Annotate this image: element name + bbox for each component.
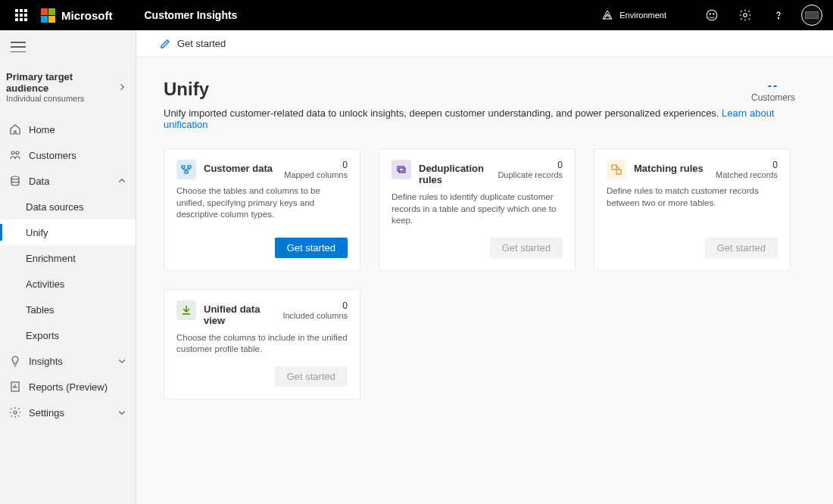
nav-activities[interactable]: Activities: [0, 271, 136, 297]
customer-data-icon: [176, 160, 196, 179]
nav-label: Reports (Preview): [29, 381, 108, 393]
nav-label: Settings: [29, 407, 64, 418]
card-title: Customer data: [204, 163, 276, 174]
nav-label: Enrichment: [26, 253, 76, 264]
database-icon: [9, 175, 21, 187]
chevron-down-icon: [117, 408, 126, 417]
command-bar: Get started: [136, 30, 833, 58]
nav-label: Exports: [26, 330, 59, 341]
nav-label: Data: [29, 176, 49, 187]
smiley-icon: [705, 8, 719, 22]
nav-label: Home: [29, 124, 55, 135]
card-description: Choose the tables and columns to be unif…: [176, 185, 348, 221]
sidebar: Primary target audience Individual consu…: [0, 30, 136, 504]
card-metric-label: Matched records: [716, 170, 778, 179]
card-deduplication: Deduplication rules 0 Duplicate records …: [379, 148, 576, 271]
card-metric-label: Duplicate records: [498, 170, 563, 179]
audience-title: Primary target audience: [6, 71, 117, 94]
microsoft-logo-icon: [41, 8, 55, 23]
svg-rect-15: [612, 165, 616, 170]
page-description: Unify imported customer-related data to …: [164, 107, 806, 130]
account-button[interactable]: [797, 0, 827, 30]
svg-point-2: [713, 14, 714, 14]
card-metric-value: 0: [284, 160, 348, 170]
get-started-button: Get started: [275, 366, 348, 387]
chevron-down-icon: [117, 356, 126, 366]
card-unified-data-view: Unified data view 0 Included columns Cho…: [164, 289, 360, 400]
environment-label: Environment: [619, 11, 666, 20]
svg-point-9: [14, 411, 17, 414]
chevron-right-icon: [117, 82, 126, 92]
svg-point-7: [11, 176, 19, 179]
nav-collapse-button[interactable]: [11, 42, 26, 52]
nav-enrichment[interactable]: Enrichment: [0, 245, 136, 271]
environment-icon: [601, 9, 613, 21]
app-launcher-button[interactable]: [6, 0, 36, 30]
product-label: Customer Insights: [145, 9, 238, 21]
edit-icon: [159, 38, 171, 50]
nav-reports[interactable]: Reports (Preview): [0, 374, 136, 400]
avatar-icon: [801, 5, 822, 26]
lightbulb-icon: [9, 355, 21, 367]
customers-metric: -- Customers: [751, 79, 795, 103]
svg-point-6: [16, 151, 19, 154]
nav-exports[interactable]: Exports: [0, 322, 136, 348]
nav-label: Activities: [26, 278, 64, 290]
customers-value: --: [751, 79, 795, 92]
card-description: Define rules to match customer records b…: [607, 185, 778, 209]
topbar: Microsoft Customer Insights Environment: [0, 0, 833, 30]
customers-icon: [9, 149, 21, 161]
deduplication-icon: [392, 160, 411, 179]
card-metric-value: 0: [282, 300, 348, 311]
get-started-button[interactable]: Get started: [275, 238, 348, 258]
settings-button[interactable]: [730, 0, 760, 30]
nav-customers[interactable]: Customers: [0, 142, 136, 168]
card-metric-value: 0: [716, 160, 778, 170]
svg-rect-16: [616, 170, 621, 174]
svg-point-3: [744, 14, 747, 17]
page-title: Unify: [164, 79, 806, 100]
card-description: Choose the columns to include in the uni…: [176, 332, 348, 356]
svg-rect-14: [399, 168, 405, 173]
audience-subtitle: Individual consumers: [6, 94, 117, 103]
nav-data[interactable]: Data: [0, 168, 136, 194]
nav-label: Customers: [29, 150, 76, 161]
gear-icon: [9, 406, 21, 418]
nav-insights[interactable]: Insights: [0, 348, 136, 374]
svg-rect-13: [398, 166, 404, 171]
card-title: Deduplication rules: [419, 163, 490, 185]
nav-label: Unify: [26, 227, 48, 238]
card-metric-label: Included columns: [282, 311, 348, 320]
nav-label: Tables: [26, 304, 55, 316]
environment-picker[interactable]: Environment: [601, 9, 666, 21]
get-started-button: Get started: [490, 238, 563, 258]
get-started-button: Get started: [705, 238, 778, 258]
customers-label: Customers: [751, 92, 795, 103]
svg-rect-12: [185, 171, 188, 173]
chevron-up-icon: [117, 176, 126, 185]
card-metric-value: 0: [498, 160, 563, 170]
gear-icon: [738, 8, 752, 22]
nav-tables[interactable]: Tables: [0, 297, 136, 322]
svg-point-1: [710, 14, 710, 14]
question-icon: [772, 9, 785, 21]
svg-rect-10: [182, 166, 185, 168]
audience-picker[interactable]: Primary target audience Individual consu…: [0, 64, 136, 112]
feedback-button[interactable]: [697, 0, 727, 30]
nav-data-sources[interactable]: Data sources: [0, 194, 136, 219]
help-button[interactable]: [763, 0, 794, 30]
svg-point-5: [11, 151, 14, 154]
svg-rect-11: [188, 166, 191, 168]
page-description-text: Unify imported customer-related data to …: [164, 107, 722, 119]
card-customer-data: Customer data 0 Mapped columns Choose th…: [164, 148, 360, 271]
cmdbar-get-started[interactable]: Get started: [177, 38, 226, 49]
nav-home[interactable]: Home: [0, 117, 136, 142]
unified-view-icon: [176, 300, 196, 320]
nav-label: Insights: [29, 356, 63, 367]
brand-label: Microsoft: [61, 9, 113, 22]
svg-point-4: [778, 17, 778, 18]
nav-settings[interactable]: Settings: [0, 400, 136, 425]
svg-point-0: [707, 10, 717, 20]
nav-unify[interactable]: Unify: [0, 219, 136, 245]
matching-icon: [607, 160, 626, 179]
